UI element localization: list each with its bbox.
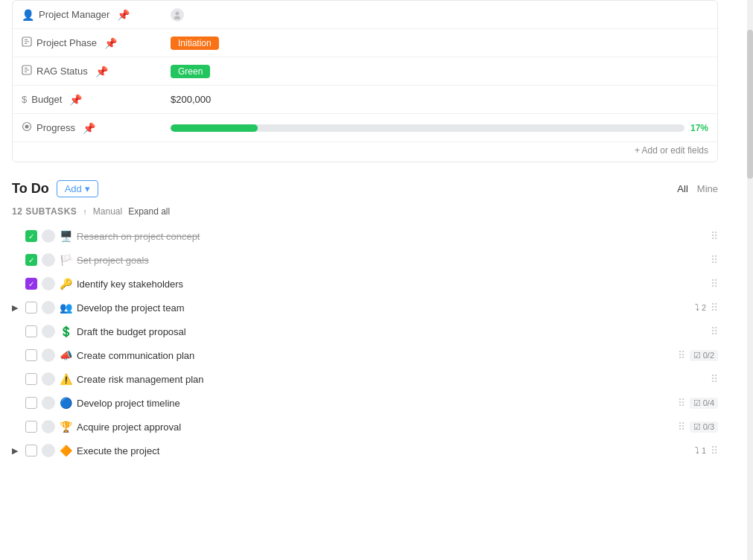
task-name-9[interactable]: Acquire project approval: [77, 421, 673, 433]
todo-right: All Mine: [677, 183, 718, 194]
drag-handle-2[interactable]: ⠿: [711, 254, 718, 266]
drag-handle-3[interactable]: ⠿: [711, 278, 718, 290]
task-icon-1: 🖥️: [60, 230, 72, 242]
add-edit-fields[interactable]: + Add or edit fields: [13, 142, 717, 162]
task-row: 💲 Draft the budget proposal ⠿: [12, 319, 718, 343]
pin-icon-budget: 📌: [69, 94, 82, 106]
task-checkbox-7[interactable]: [25, 373, 37, 385]
task-name-7[interactable]: Create risk management plan: [77, 374, 706, 385]
budget-icon: $: [22, 94, 27, 105]
task-name-4[interactable]: Develop the project team: [77, 302, 690, 314]
task-checkbox-10[interactable]: [25, 445, 37, 456]
subtask-num-4: 2: [702, 303, 706, 312]
pin-icon-phase: 📌: [104, 37, 117, 49]
task-checkbox-4[interactable]: [25, 302, 37, 314]
task-name-10[interactable]: Execute the project: [77, 445, 690, 456]
budget-amount: $200,000: [171, 94, 211, 105]
phase-value[interactable]: Initiation: [171, 36, 708, 50]
todo-left: To Do Add ▾: [12, 180, 98, 197]
task-avatar-2: [42, 253, 55, 267]
task-icon-3: 🔑: [60, 278, 72, 290]
subtasks-count: 12 SUBTASKS: [12, 206, 77, 217]
task-checkbox-9[interactable]: [25, 421, 37, 433]
task-icon-7: ⚠️: [60, 373, 72, 385]
progress-bar-fill: [171, 124, 258, 132]
filter-all[interactable]: All: [677, 183, 687, 194]
expand-arrow-10[interactable]: ▶: [12, 446, 21, 456]
task-row: 🔵 Develop project timeline ⠿ ☑ 0/4: [12, 391, 718, 415]
task-avatar-9: [42, 420, 55, 433]
task-name-8[interactable]: Develop project timeline: [77, 398, 673, 409]
prop-row-progress: Progress 📌 17%: [13, 114, 717, 142]
scrollbar[interactable]: [747, 0, 753, 560]
checklist-value-6: 0/2: [703, 351, 714, 360]
task-name-6[interactable]: Create communication plan: [77, 350, 673, 361]
filter-mine[interactable]: Mine: [697, 183, 718, 194]
manager-value: [171, 8, 708, 22]
checklist-icon-8: ☑: [693, 398, 701, 408]
phase-badge[interactable]: Initiation: [171, 36, 219, 50]
phase-icon: [22, 36, 32, 49]
task-row: ⚠️ Create risk management plan ⠿: [12, 367, 718, 391]
drag-handle-10[interactable]: ⠿: [711, 445, 718, 456]
checklist-value-9: 0/3: [703, 422, 714, 431]
task-row: 📣 Create communication plan ⠿ ☑ 0/2: [12, 343, 718, 367]
progress-container: 17%: [171, 123, 708, 133]
task-icon-2: 🏳️: [60, 254, 72, 266]
main-container: 👤 Project Manager 📌 Project Phase: [0, 0, 753, 462]
task-checkbox-8[interactable]: [25, 397, 37, 409]
expand-all[interactable]: Expand all: [128, 206, 170, 217]
task-name-5[interactable]: Draft the budget proposal: [77, 326, 706, 337]
progress-icon: [22, 121, 32, 134]
todo-title: To Do: [12, 181, 49, 197]
content-area: 👤 Project Manager 📌 Project Phase: [0, 0, 730, 462]
drag-handle-9[interactable]: ⠿: [678, 421, 685, 433]
task-checkbox-1[interactable]: ✓: [25, 230, 37, 242]
task-name-2[interactable]: Set project goals: [77, 255, 706, 266]
task-name-3[interactable]: Identify key stakeholders: [77, 279, 706, 290]
task-avatar-1: [42, 229, 55, 243]
subtask-icon-4: ⤵: [695, 302, 699, 313]
drag-handle-4[interactable]: ⠿: [711, 302, 718, 314]
scrollbar-thumb[interactable]: [747, 30, 753, 179]
task-checkbox-5[interactable]: [25, 325, 37, 337]
task-row: 🏆 Acquire project approval ⠿ ☑ 0/3: [12, 415, 718, 439]
task-avatar-7: [42, 372, 55, 386]
svg-point-0: [176, 11, 179, 15]
drag-handle-8[interactable]: ⠿: [678, 397, 685, 409]
checklist-badge-9: ☑ 0/3: [690, 421, 718, 433]
subtask-num-10: 1: [702, 446, 706, 455]
task-avatar-5: [42, 325, 55, 338]
todo-header: To Do Add ▾ All Mine: [12, 180, 718, 197]
add-edit-label[interactable]: + Add or edit fields: [635, 145, 708, 156]
budget-label: Budget: [31, 94, 62, 105]
task-name-1[interactable]: Research on project concept: [77, 231, 706, 242]
prop-label-phase: Project Phase 📌: [22, 36, 171, 49]
sort-label[interactable]: Manual: [93, 206, 122, 217]
task-checkbox-2[interactable]: ✓: [25, 254, 37, 266]
expand-arrow-4[interactable]: ▶: [12, 303, 21, 313]
pin-icon-progress: 📌: [83, 122, 95, 134]
phase-label: Project Phase: [36, 37, 97, 48]
person-icon: 👤: [22, 9, 34, 21]
add-button[interactable]: Add ▾: [57, 180, 98, 197]
task-checkbox-3[interactable]: ✓: [25, 278, 37, 290]
prop-label-manager: 👤 Project Manager 📌: [22, 9, 171, 21]
task-checkbox-6[interactable]: [25, 349, 37, 361]
drag-handle-7[interactable]: ⠿: [711, 373, 718, 385]
budget-value: $200,000: [171, 94, 708, 105]
progress-label: Progress: [36, 122, 75, 133]
rag-icon: [22, 65, 32, 77]
drag-handle-6[interactable]: ⠿: [678, 349, 685, 361]
rag-label: RAG Status: [36, 66, 88, 77]
task-row: ▶ 👥 Develop the project team ⤵ 2 ⠿: [12, 296, 718, 319]
checklist-icon-9: ☑: [693, 422, 701, 432]
task-icon-5: 💲: [60, 325, 72, 337]
drag-handle-1[interactable]: ⠿: [711, 230, 718, 242]
rag-value[interactable]: Green: [171, 65, 708, 78]
progress-value: 17%: [171, 123, 708, 133]
rag-badge[interactable]: Green: [171, 65, 210, 78]
drag-handle-5[interactable]: ⠿: [711, 325, 718, 337]
progress-percent: 17%: [690, 123, 708, 133]
checklist-value-8: 0/4: [703, 398, 714, 407]
